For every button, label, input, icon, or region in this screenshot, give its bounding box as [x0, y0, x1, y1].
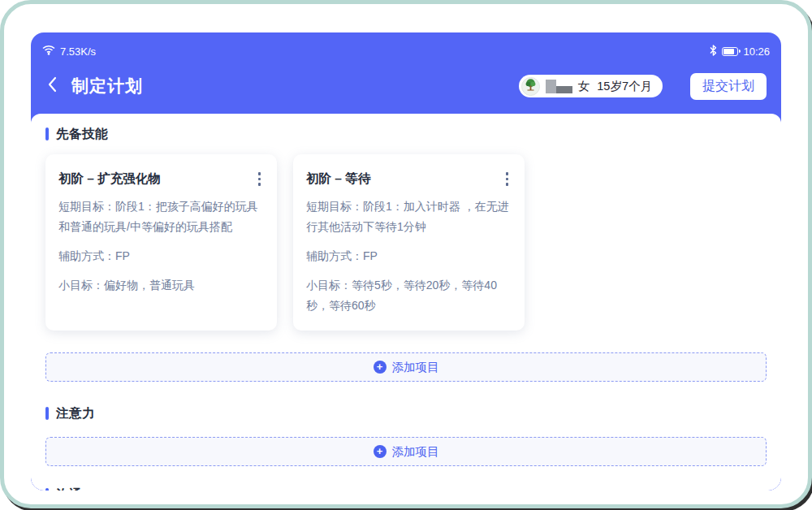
add-item-button-prerequisite[interactable]: + 添加项目 — [45, 352, 767, 382]
tree-icon — [524, 78, 538, 95]
back-button[interactable] — [47, 74, 68, 98]
avatar — [521, 77, 540, 96]
plus-icon: + — [374, 361, 387, 374]
skill-card[interactable]: 初阶 – 扩充强化物 短期目标：阶段1：把孩子高偏好的玩具和普通的玩具/中等偏好… — [45, 154, 277, 331]
section-attention: 注意力 — [45, 406, 767, 421]
skill-card-list: 初阶 – 扩充强化物 短期目标：阶段1：把孩子高偏好的玩具和普通的玩具/中等偏好… — [45, 154, 767, 331]
nav-bar: 制定计划 女 15岁7个月 — [47, 68, 767, 104]
section-accent-bar — [45, 407, 49, 420]
card-title: 初阶 – 扩充强化物 — [58, 171, 161, 188]
card-short-term-goal: 短期目标：阶段1：把孩子高偏好的玩具和普通的玩具/中等偏好的玩具搭配 — [58, 197, 264, 237]
add-item-button-attention[interactable]: + 添加项目 — [45, 437, 767, 466]
bluetooth-icon — [710, 45, 717, 58]
section-title: 注意力 — [56, 405, 95, 422]
section-title: 沟通 — [56, 486, 82, 491]
card-title: 初阶 – 等待 — [306, 171, 370, 188]
card-assist-method: 辅助方式：FP — [306, 246, 512, 266]
wifi-icon — [42, 45, 55, 58]
add-item-label: 添加项目 — [392, 360, 439, 375]
device-frame: 7.53K/s 10:26 制定计划 — [0, 0, 812, 508]
app-screen: 7.53K/s 10:26 制定计划 — [31, 32, 781, 491]
kebab-menu-icon[interactable] — [255, 171, 265, 188]
section-accent-bar — [45, 128, 49, 140]
patient-gender: 女 — [578, 79, 590, 94]
card-small-goal: 小目标：等待5秒，等待20秒，等待40秒，等待60秒 — [306, 275, 512, 316]
battery-icon — [722, 47, 738, 56]
redacted-name — [546, 80, 572, 93]
content-panel: 先备技能 初阶 – 扩充强化物 短期目标：阶段1：把孩子高偏好的玩具和普通的玩具… — [31, 114, 781, 491]
page-title: 制定计划 — [71, 75, 143, 97]
patient-age: 15岁7个月 — [597, 79, 652, 94]
network-speed: 7.53K/s — [60, 45, 96, 58]
kebab-menu-icon[interactable] — [503, 171, 512, 188]
card-small-goal: 小目标：偏好物，普通玩具 — [58, 275, 264, 296]
section-title: 先备技能 — [56, 126, 108, 143]
card-short-term-goal: 短期目标：阶段1：加入计时器 ，在无进行其他活动下等待1分钟 — [306, 197, 512, 237]
plus-icon: + — [374, 445, 387, 458]
card-assist-method: 辅助方式：FP — [58, 246, 264, 266]
section-communication: 沟通 — [45, 487, 767, 491]
chevron-left-icon — [47, 76, 57, 96]
status-time: 10:26 — [743, 45, 770, 58]
section-prerequisite-skills: 先备技能 — [45, 127, 767, 141]
submit-plan-button[interactable]: 提交计划 — [690, 73, 767, 100]
patient-pill[interactable]: 女 15岁7个月 — [519, 75, 663, 97]
skill-card[interactable]: 初阶 – 等待 短期目标：阶段1：加入计时器 ，在无进行其他活动下等待1分钟 辅… — [293, 154, 525, 331]
section-accent-bar — [45, 488, 49, 491]
add-item-label: 添加项目 — [392, 444, 439, 460]
status-bar: 7.53K/s 10:26 — [42, 43, 770, 59]
